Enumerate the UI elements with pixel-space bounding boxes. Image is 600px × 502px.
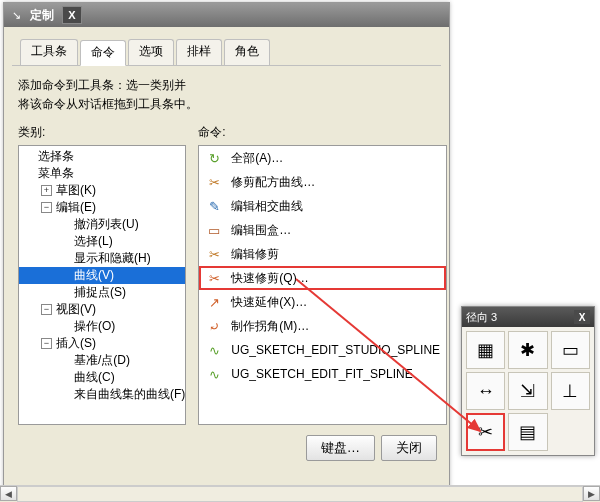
tree-item[interactable]: −插入(S) [19, 335, 185, 352]
tabs: 工具条命令选项排样角色 [12, 33, 441, 66]
outer-scrollbar[interactable]: ◀ ▶ [0, 485, 600, 502]
command-label: 编辑围盒… [231, 222, 291, 239]
command-icon: ✂ [205, 173, 223, 191]
command-icon: ✎ [205, 197, 223, 215]
command-item[interactable]: ⤾制作拐角(M)… [199, 314, 446, 338]
keyboard-button[interactable]: 键盘… [306, 435, 375, 461]
tree-item[interactable]: 选择条 [19, 148, 185, 165]
expand-icon[interactable]: + [41, 185, 52, 196]
tree-item[interactable]: 操作(O) [19, 318, 185, 335]
command-item[interactable]: ↻全部(A)… [199, 146, 446, 170]
tree-item-label: 曲线(V) [74, 267, 114, 284]
commands-column: 命令: ↻全部(A)…✂修剪配方曲线…✎编辑相交曲线▭编辑围盒…✂编辑修剪✂快速… [198, 124, 447, 425]
command-icon: ⤾ [205, 317, 223, 335]
scroll-track[interactable] [17, 486, 583, 502]
command-label: 修剪配方曲线… [231, 174, 315, 191]
constraint-icon[interactable]: ✱ [508, 331, 547, 369]
window-title: 定制 [30, 7, 54, 24]
command-label: UG_SKETCH_EDIT_STUDIO_SPLINE [231, 343, 440, 357]
scroll-right-icon[interactable]: ▶ [583, 486, 600, 501]
tree-item-label: 显示和隐藏(H) [74, 250, 151, 267]
command-label: 编辑相交曲线 [231, 198, 303, 215]
scroll-left-icon[interactable]: ◀ [0, 486, 17, 501]
rectangle-icon[interactable]: ▭ [551, 331, 590, 369]
category-label: 类别: [18, 124, 186, 141]
tab-2[interactable]: 选项 [128, 39, 174, 65]
tree-item-label: 捕捉点(S) [74, 284, 126, 301]
tree-item[interactable]: 捕捉点(S) [19, 284, 185, 301]
dialog-body: 添加命令到工具条：选一类别并 将该命令从对话框拖到工具条中。 类别: 选择条菜单… [4, 66, 449, 425]
tree-item[interactable]: +草图(K) [19, 182, 185, 199]
command-icon: ∿ [205, 341, 223, 359]
tree-item-label: 草图(K) [56, 182, 96, 199]
command-item[interactable]: ✂修剪配方曲线… [199, 170, 446, 194]
tree-item[interactable]: −编辑(E) [19, 199, 185, 216]
command-label: 快速修剪(Q)… [231, 270, 308, 287]
tree-item-label: 选择(L) [74, 233, 113, 250]
category-listbox[interactable]: 选择条菜单条+草图(K)−编辑(E)撤消列表(U)选择(L)显示和隐藏(H)曲线… [18, 145, 186, 425]
palette-titlebar: 径向 3 X [462, 307, 594, 327]
help-line-1: 添加命令到工具条：选一类别并 [18, 76, 435, 95]
perpendicular-icon[interactable]: ⊥ [551, 372, 590, 410]
tree-item[interactable]: 基准/点(D) [19, 352, 185, 369]
dimension-icon[interactable]: ↔ [466, 372, 505, 410]
command-icon: ↗ [205, 293, 223, 311]
tree-item[interactable]: −视图(V) [19, 301, 185, 318]
tab-1[interactable]: 命令 [80, 40, 126, 66]
tree-item[interactable]: 曲线(V) [19, 267, 185, 284]
tree-item[interactable]: 显示和隐藏(H) [19, 250, 185, 267]
command-item[interactable]: ✂编辑修剪 [199, 242, 446, 266]
command-item[interactable]: ▭编辑围盒… [199, 218, 446, 242]
command-item[interactable]: ↗快速延伸(X)… [199, 290, 446, 314]
command-item[interactable]: ∿UG_SKETCH_EDIT_STUDIO_SPLINE [199, 338, 446, 362]
tree-item-label: 插入(S) [56, 335, 96, 352]
tree-item[interactable]: 曲线(C) [19, 369, 185, 386]
tree-item[interactable]: 选择(L) [19, 233, 185, 250]
tree-item-label: 来自曲线集的曲线(F) [74, 386, 185, 403]
radial-palette: 径向 3 X ▦✱▭↔⇲⊥✂▤ [461, 306, 595, 456]
grid-icon[interactable]: ▦ [466, 331, 505, 369]
tree-item-label: 视图(V) [56, 301, 96, 318]
command-icon: ✂ [205, 269, 223, 287]
corner-icon[interactable]: ⇲ [508, 372, 547, 410]
footer: 键盘… 关闭 [4, 425, 449, 471]
tree-item-label: 选择条 [38, 148, 74, 165]
command-item[interactable]: ✎编辑相交曲线 [199, 194, 446, 218]
command-icon: ∿ [205, 365, 223, 383]
collapse-icon[interactable]: − [41, 338, 52, 349]
command-label: 编辑修剪 [231, 246, 279, 263]
sheet-icon[interactable]: ▤ [508, 413, 547, 451]
tab-4[interactable]: 角色 [224, 39, 270, 65]
tree-item-label: 编辑(E) [56, 199, 96, 216]
collapse-icon[interactable]: − [41, 202, 52, 213]
command-label: 快速延伸(X)… [231, 294, 307, 311]
tree-item[interactable]: 菜单条 [19, 165, 185, 182]
tree-item-label: 操作(O) [74, 318, 115, 335]
command-icon: ↻ [205, 149, 223, 167]
trim-icon[interactable]: ✂ [466, 413, 505, 451]
close-icon[interactable]: X [62, 6, 82, 24]
tab-0[interactable]: 工具条 [20, 39, 78, 65]
tree-item-label: 曲线(C) [74, 369, 115, 386]
command-label: UG_SKETCH_EDIT_FIT_SPLINE [231, 367, 412, 381]
pin-icon[interactable]: ↘ [6, 6, 26, 24]
tab-3[interactable]: 排样 [176, 39, 222, 65]
help-line-2: 将该命令从对话框拖到工具条中。 [18, 95, 435, 114]
command-item[interactable]: ∿UG_SKETCH_EDIT_FIT_SPLINE [199, 362, 446, 386]
commands-listbox[interactable]: ↻全部(A)…✂修剪配方曲线…✎编辑相交曲线▭编辑围盒…✂编辑修剪✂快速修剪(Q… [198, 145, 447, 425]
command-icon: ▭ [205, 221, 223, 239]
palette-grid: ▦✱▭↔⇲⊥✂▤ [462, 327, 594, 455]
tree-item-label: 菜单条 [38, 165, 74, 182]
command-item[interactable]: ✂快速修剪(Q)… [199, 266, 446, 290]
tree-item-label: 撤消列表(U) [74, 216, 139, 233]
category-column: 类别: 选择条菜单条+草图(K)−编辑(E)撤消列表(U)选择(L)显示和隐藏(… [18, 124, 186, 425]
collapse-icon[interactable]: − [41, 304, 52, 315]
palette-close-icon[interactable]: X [574, 310, 590, 324]
command-label: 全部(A)… [231, 150, 283, 167]
titlebar: ↘ 定制 X X [4, 3, 449, 27]
palette-cell [551, 413, 590, 451]
tree-item[interactable]: 来自曲线集的曲线(F) [19, 386, 185, 403]
tree-item[interactable]: 撤消列表(U) [19, 216, 185, 233]
command-icon: ✂ [205, 245, 223, 263]
close-button[interactable]: 关闭 [381, 435, 437, 461]
